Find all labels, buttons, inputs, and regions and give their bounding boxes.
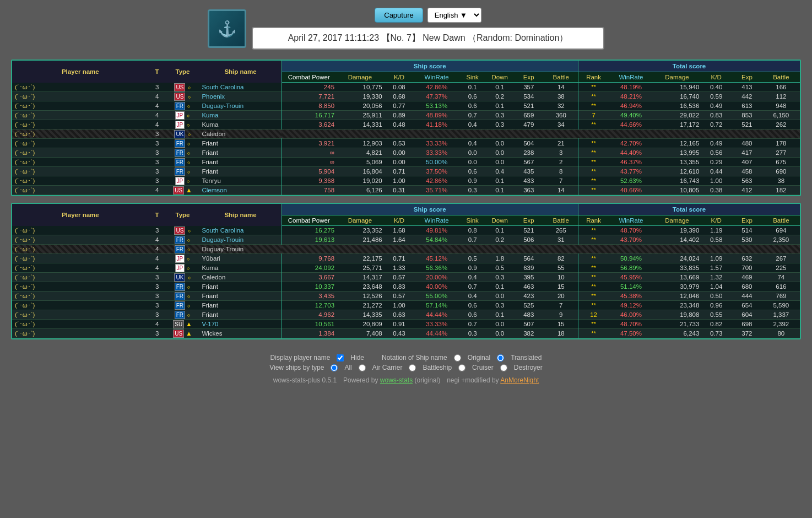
down-cell: 0.0 [486, 292, 513, 301]
tier-cell: 3 [149, 130, 166, 139]
flag-type-cell: FR ⬦ [166, 139, 200, 148]
all-radio[interactable] [331, 364, 338, 371]
kd-cell: 1.64 [384, 235, 415, 245]
rank-cell: ** [578, 273, 609, 282]
tier-cell: 4 [149, 254, 166, 263]
col-battle2: Battle [762, 72, 800, 83]
exp-cell: 363 [513, 186, 544, 195]
sink-cell: 0.6 [459, 310, 486, 320]
tier-cell: 4 [149, 235, 166, 245]
col2-total-score: Total score [578, 204, 800, 215]
hide-checkbox[interactable] [337, 354, 344, 361]
rank-cell: ** [578, 167, 609, 176]
ship-name-cell: Friant [199, 310, 282, 320]
exp2-cell: 654 [732, 301, 762, 310]
winrate-cell: 48.89% [414, 111, 458, 120]
winrate-cell: 20.00% [414, 273, 458, 282]
winrate-cell: 47.37% [414, 92, 458, 101]
sink-cell: 0.3 [459, 186, 486, 195]
language-select[interactable]: English ▼ [427, 8, 481, 23]
ship-name-cell: Tenryu [199, 176, 282, 186]
down-cell: 0.5 [486, 263, 513, 273]
tier-cell: 3 [149, 310, 166, 320]
winrate-cell: 57.14% [414, 301, 458, 310]
table-row: (´･ω･`) 3 JP ⬦ Tenryu 9,368 19,020 1.00 … [12, 176, 800, 186]
battle2-cell: 690 [762, 167, 800, 176]
tier-cell: 4 [149, 92, 166, 101]
battle-cell: 38 [544, 92, 578, 101]
ship-name-cell: Duguay-Trouin [199, 101, 282, 111]
rank-cell: ** [578, 226, 609, 235]
combat-power-cell: 10,561 [282, 320, 336, 329]
ship-name-cell: Friant [199, 139, 282, 148]
kd2-cell: 0.50 [701, 292, 732, 301]
exp-cell: 521 [513, 226, 544, 235]
battleship-radio[interactable] [409, 364, 416, 371]
exp2-cell: 372 [732, 329, 762, 338]
capture-button[interactable]: Caputure [375, 8, 423, 23]
damage2-cell: 14,402 [653, 235, 701, 245]
combat-power-cell: 5,904 [282, 167, 336, 176]
col2-down: Down [486, 215, 513, 226]
battle2-cell: 694 [762, 226, 800, 235]
flag-type-cell: US ▲ [166, 186, 200, 195]
rank-cell: ** [578, 329, 609, 338]
damage2-cell: 12,046 [653, 292, 701, 301]
winrate2-cell: 42.70% [609, 139, 653, 148]
flag-type-cell: JP ⬦ [166, 263, 200, 273]
sink-cell: 0.7 [459, 111, 486, 120]
kd-cell: 0.71 [384, 254, 415, 263]
battle2-cell: 178 [762, 139, 800, 148]
winrate-cell: 49.81% [414, 226, 458, 235]
damage2-cell: 6,243 [653, 329, 701, 338]
winrate-cell: 44.44% [414, 329, 458, 338]
damage-cell: 10,775 [336, 83, 384, 92]
player-name-cell: (´･ω･`) [12, 310, 149, 320]
tier-cell: 3 [149, 167, 166, 176]
carrier-radio[interactable] [359, 364, 366, 371]
battle2-cell: 112 [762, 92, 800, 101]
ship-name-cell: Kuma [199, 111, 282, 120]
winrate-cell: 54.84% [414, 235, 458, 245]
kd-cell: 0.57 [384, 292, 415, 301]
kd2-cell: 0.82 [701, 320, 732, 329]
winrate2-cell: 45.38% [609, 292, 653, 301]
ship-name-cell: Friant [199, 292, 282, 301]
exp2-cell: 514 [732, 226, 762, 235]
down-cell: 0.0 [486, 139, 513, 148]
ship-name-cell: V-170 [199, 320, 282, 329]
wows-stats-link[interactable]: wows-stats [380, 376, 413, 384]
col2-battle2: Battle [762, 215, 800, 226]
rank-cell: ** [578, 301, 609, 310]
col2-ship-name: Ship name [199, 204, 282, 226]
tier-cell: 4 [149, 111, 166, 120]
destroyer-radio[interactable] [500, 364, 507, 371]
col2-exp: Exp [513, 215, 544, 226]
winrate2-cell: 51.14% [609, 282, 653, 292]
cruiser-radio[interactable] [458, 364, 465, 371]
kd2-cell: 0.40 [701, 83, 732, 92]
damage2-cell: 30,979 [653, 282, 701, 292]
tier-cell: 4 [149, 245, 166, 254]
flag-type-cell: SU ▲ [166, 320, 200, 329]
original-radio[interactable] [454, 354, 461, 361]
kd-cell: 0.43 [384, 329, 415, 338]
translated-radio[interactable] [497, 354, 504, 361]
rank-cell: ** [578, 92, 609, 101]
battle2-cell: 2,392 [762, 320, 800, 329]
battle-cell: 15 [544, 282, 578, 292]
battle-cell: 265 [544, 226, 578, 235]
kd-cell: 0.48 [384, 120, 415, 130]
col-winrate: WinRate [414, 72, 458, 83]
col-player-name: Player name [12, 61, 149, 83]
battle-cell: 3 [544, 148, 578, 158]
kd-cell: 1.33 [384, 263, 415, 273]
damage-cell: 16,804 [336, 167, 384, 176]
combat-power-cell: 24,092 [282, 263, 336, 273]
kd2-cell: 0.49 [701, 139, 732, 148]
kd2-cell: 0.73 [701, 329, 732, 338]
anmorenight-link[interactable]: AnMoreNight [500, 376, 539, 384]
ship-name-cell: Phoenix [199, 92, 282, 101]
exp-cell: 357 [513, 83, 544, 92]
battle-cell: 9 [544, 310, 578, 320]
